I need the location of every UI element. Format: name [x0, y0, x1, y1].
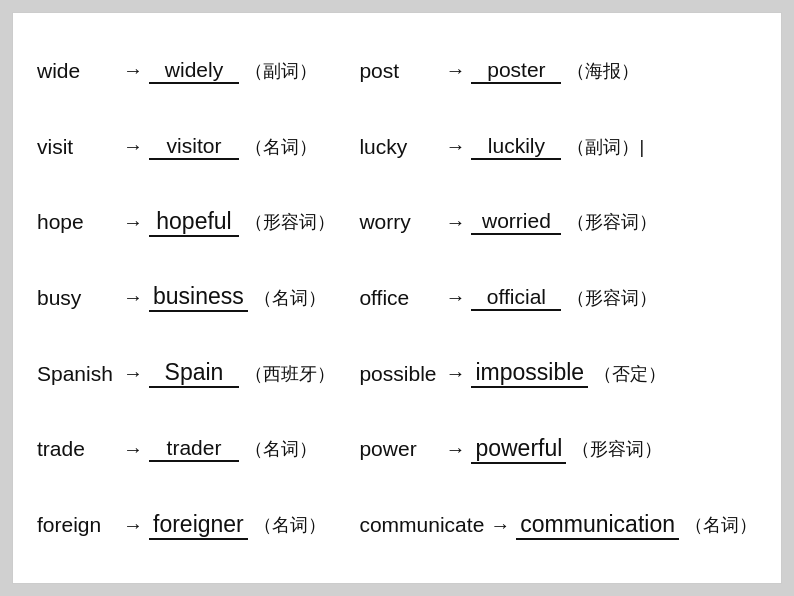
arrow-icon: →	[123, 286, 143, 309]
word-row: worry→worried（形容词）	[359, 184, 757, 260]
derived-word: worried	[471, 209, 561, 235]
word-row: possible→impossible（否定）	[359, 336, 757, 412]
derived-word: visitor	[149, 134, 239, 160]
word-hint: （西班牙）	[245, 362, 335, 386]
arrow-icon: →	[123, 362, 143, 385]
arrow-icon: →	[445, 286, 465, 309]
derived-word: business	[149, 283, 248, 312]
arrow-icon: →	[445, 362, 465, 385]
word-row: office→official（形容词）	[359, 260, 757, 336]
base-word: foreign	[37, 513, 117, 537]
derived-word: impossible	[471, 359, 588, 388]
derived-word: Spain	[149, 359, 239, 388]
word-row: communicate→communication（名词）	[359, 487, 757, 563]
base-word: office	[359, 286, 439, 310]
derived-word: hopeful	[149, 208, 239, 237]
derived-word: foreigner	[149, 511, 248, 540]
base-word: wide	[37, 59, 117, 83]
word-row: foreign→foreigner（名词）	[37, 487, 349, 563]
base-word: lucky	[359, 135, 439, 159]
word-hint: （形容词）	[245, 210, 335, 234]
word-row: hope→hopeful（形容词）	[37, 184, 349, 260]
base-word: communicate	[359, 513, 484, 537]
derived-word: powerful	[471, 435, 566, 464]
base-word: visit	[37, 135, 117, 159]
word-hint: （名词）	[685, 513, 757, 537]
arrow-icon: →	[445, 135, 465, 158]
arrow-icon: →	[123, 438, 143, 461]
base-word: possible	[359, 362, 439, 386]
base-word: post	[359, 59, 439, 83]
word-hint: （名词）	[254, 286, 326, 310]
word-hint: （形容词）	[572, 437, 662, 461]
base-word: Spanish	[37, 362, 117, 386]
word-hint: （否定）	[594, 362, 666, 386]
word-row: power→powerful（形容词）	[359, 412, 757, 488]
vocabulary-card: wide→widely（副词）post→poster（海报）visit→visi…	[12, 12, 782, 584]
base-word: worry	[359, 210, 439, 234]
word-row: Spanish→Spain（西班牙）	[37, 336, 349, 412]
arrow-icon: →	[445, 211, 465, 234]
arrow-icon: →	[445, 438, 465, 461]
arrow-icon: →	[123, 59, 143, 82]
arrow-icon: →	[123, 135, 143, 158]
word-hint: （形容词）	[567, 286, 657, 310]
derived-word: poster	[471, 58, 561, 84]
arrow-icon: →	[123, 514, 143, 537]
word-row: post→poster（海报）	[359, 33, 757, 109]
derived-word: official	[471, 285, 561, 311]
word-hint: （副词）	[245, 59, 317, 83]
arrow-icon: →	[490, 514, 510, 537]
word-hint: （名词）	[245, 437, 317, 461]
base-word: hope	[37, 210, 117, 234]
word-row: lucky→luckily（副词）|	[359, 109, 757, 185]
derived-word: luckily	[471, 134, 561, 160]
derived-word: trader	[149, 436, 239, 462]
word-row: trade→trader（名词）	[37, 412, 349, 488]
word-hint: （副词）|	[567, 135, 644, 159]
word-hint: （形容词）	[567, 210, 657, 234]
word-hint: （海报）	[567, 59, 639, 83]
word-row: busy→business（名词）	[37, 260, 349, 336]
word-row: visit→visitor（名词）	[37, 109, 349, 185]
base-word: busy	[37, 286, 117, 310]
derived-word: communication	[516, 511, 679, 540]
arrow-icon: →	[123, 211, 143, 234]
word-hint: （名词）	[254, 513, 326, 537]
base-word: trade	[37, 437, 117, 461]
word-row: wide→widely（副词）	[37, 33, 349, 109]
derived-word: widely	[149, 58, 239, 84]
arrow-icon: →	[445, 59, 465, 82]
word-hint: （名词）	[245, 135, 317, 159]
base-word: power	[359, 437, 439, 461]
